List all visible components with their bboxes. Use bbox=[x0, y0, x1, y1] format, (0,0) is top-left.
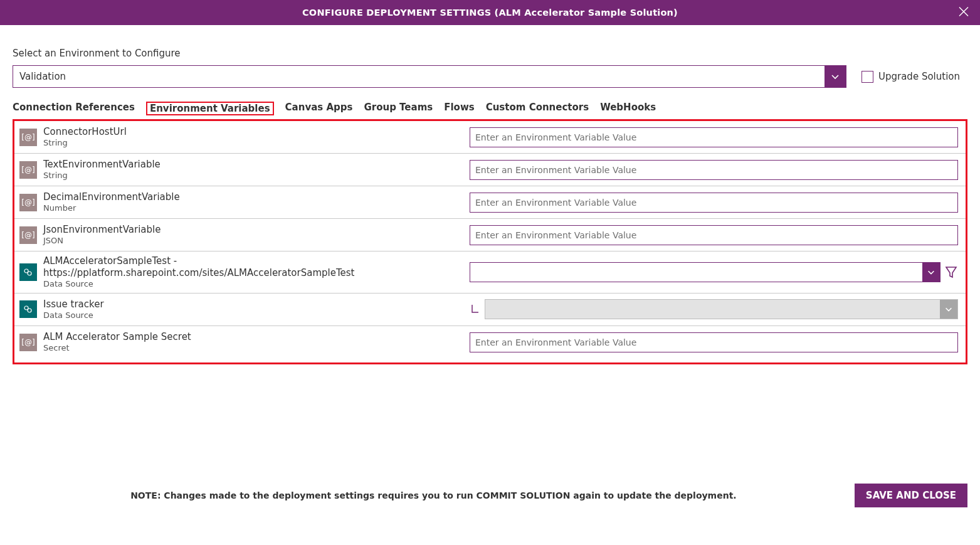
variable-icon: [@] bbox=[19, 129, 37, 146]
variable-icon: [@] bbox=[19, 161, 37, 179]
variable-row: ALMAcceleratorSampleTest - https://pplat… bbox=[14, 251, 966, 294]
variable-type: Number bbox=[43, 203, 470, 213]
variable-type: Data Source bbox=[43, 310, 470, 320]
variable-value-input[interactable] bbox=[470, 160, 958, 180]
svg-marker-4 bbox=[946, 267, 956, 277]
upgrade-solution-checkbox[interactable] bbox=[861, 71, 873, 83]
upgrade-solution-label: Upgrade Solution bbox=[878, 71, 960, 82]
sharepoint-icon bbox=[19, 300, 37, 318]
filter-icon[interactable] bbox=[944, 263, 958, 281]
svg-point-6 bbox=[28, 309, 31, 312]
variable-name: ALM Accelerator Sample Secret bbox=[43, 331, 470, 343]
variable-name: ConnectorHostUrl bbox=[43, 126, 470, 138]
variable-value-select[interactable] bbox=[470, 262, 940, 282]
environment-selected: Validation bbox=[13, 71, 825, 82]
variable-row: [@] DecimalEnvironmentVariable Number bbox=[14, 186, 966, 219]
variable-name: ALMAcceleratorSampleTest - https://pplat… bbox=[43, 255, 470, 279]
footer-note: NOTE: Changes made to the deployment set… bbox=[13, 490, 855, 500]
variable-icon: [@] bbox=[19, 334, 37, 351]
environment-label: Select an Environment to Configure bbox=[13, 48, 967, 59]
variable-value-input[interactable] bbox=[470, 127, 958, 147]
variable-type: Secret bbox=[43, 343, 470, 353]
close-icon[interactable] bbox=[957, 6, 970, 20]
dialog-header: CONFIGURE DEPLOYMENT SETTINGS (ALM Accel… bbox=[0, 0, 980, 25]
chevron-down-icon bbox=[825, 66, 846, 87]
variable-type: String bbox=[43, 138, 470, 148]
variable-name: JsonEnvironmentVariable bbox=[43, 224, 470, 236]
variable-value-select-disabled bbox=[485, 299, 958, 319]
variable-type: String bbox=[43, 171, 470, 181]
variable-row: [@] TextEnvironmentVariable String bbox=[14, 154, 966, 186]
tab-custom-connectors[interactable]: Custom Connectors bbox=[486, 102, 589, 115]
save-and-close-button[interactable]: SAVE AND CLOSE bbox=[855, 484, 967, 507]
tab-environment-variables[interactable]: Environment Variables bbox=[146, 102, 274, 115]
dialog-title: CONFIGURE DEPLOYMENT SETTINGS (ALM Accel… bbox=[302, 8, 678, 18]
variable-row: Issue tracker Data Source bbox=[14, 294, 966, 326]
tab-group-teams[interactable]: Group Teams bbox=[364, 102, 433, 115]
variable-name: DecimalEnvironmentVariable bbox=[43, 191, 470, 203]
tab-connection-references[interactable]: Connection References bbox=[13, 102, 135, 115]
chevron-down-icon bbox=[940, 300, 957, 319]
variable-value-input[interactable] bbox=[470, 225, 958, 245]
variable-value-input[interactable] bbox=[470, 193, 958, 213]
environment-dropdown[interactable]: Validation bbox=[13, 65, 846, 88]
environment-variables-panel: [@] ConnectorHostUrl String [@] TextEnvi… bbox=[13, 119, 967, 364]
tree-connector-icon bbox=[470, 304, 481, 315]
variable-name: Issue tracker bbox=[43, 299, 470, 310]
variable-type: Data Source bbox=[43, 279, 470, 289]
variable-value-input[interactable] bbox=[470, 332, 958, 352]
variable-row: [@] ALM Accelerator Sample Secret Secret bbox=[14, 326, 966, 359]
variable-name: TextEnvironmentVariable bbox=[43, 159, 470, 171]
variable-icon: [@] bbox=[19, 226, 37, 244]
variable-row: [@] JsonEnvironmentVariable JSON bbox=[14, 219, 966, 251]
footer-bar: NOTE: Changes made to the deployment set… bbox=[0, 484, 980, 507]
sharepoint-icon bbox=[19, 263, 37, 281]
tab-canvas-apps[interactable]: Canvas Apps bbox=[285, 102, 353, 115]
variable-row: [@] ConnectorHostUrl String bbox=[14, 121, 966, 154]
tab-webhooks[interactable]: WebHooks bbox=[600, 102, 656, 115]
tab-flows[interactable]: Flows bbox=[444, 102, 474, 115]
variable-icon: [@] bbox=[19, 194, 37, 211]
variable-type: JSON bbox=[43, 236, 470, 246]
svg-point-3 bbox=[28, 272, 31, 275]
chevron-down-icon bbox=[922, 263, 940, 282]
tabs-bar: Connection References Environment Variab… bbox=[13, 102, 967, 115]
